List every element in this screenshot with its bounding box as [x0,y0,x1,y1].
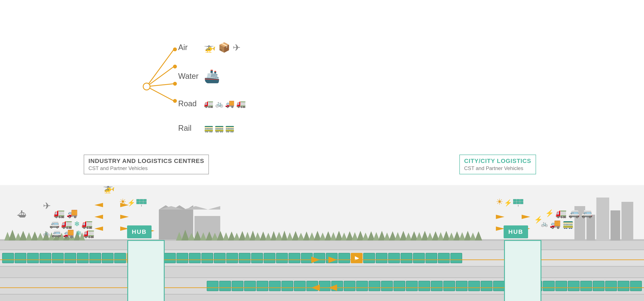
svg-marker-49 [8,230,16,240]
svg-marker-118 [475,231,482,240]
snowflake-icon-2: ❄ [76,229,82,237]
train-car [40,253,51,263]
svg-marker-66 [194,231,201,240]
train-car [506,281,517,291]
svg-marker-91 [330,232,336,240]
svg-rect-43 [520,199,523,202]
svg-rect-34 [136,199,140,202]
road-label: Road [178,99,204,108]
city-tower-2 [586,215,595,240]
svg-rect-35 [140,199,143,202]
svg-line-0 [146,50,174,86]
teal-truck-right-2: 🚚 [550,218,561,229]
train-car [568,281,580,291]
svg-marker-101 [384,232,390,240]
teal-truck-right-1: 🚛 [556,208,567,218]
gray-truck-left-1: 🚚 [66,208,78,218]
refrigerator-truck-icon: 🚚 [225,99,235,108]
train-car [605,281,617,291]
left-drone-icon: 🚁 [103,182,115,194]
svg-rect-36 [144,199,146,202]
solar-array-icon [136,199,147,206]
train-car [214,253,226,263]
svg-marker-85 [298,233,304,240]
city-tower-5 [622,202,633,240]
svg-marker-87 [309,232,315,240]
train-car [431,281,443,291]
teal-truck-left-1: 🚛 [54,208,65,218]
train-car [207,281,218,291]
left-trucks-middle: 🚐 🚛 ❄ 🚛 [49,218,93,229]
train-car [152,253,163,263]
svg-marker-77 [254,232,261,240]
train-car [102,253,114,263]
svg-marker-103 [394,232,401,240]
solar-icon: ☀ [119,197,126,206]
train-car [226,253,238,263]
left-trucks-bottom: 🚲 🚐 🚚 ❄ 🚛 [43,228,94,238]
transport-water: Water 🚢 [178,68,246,84]
train-car [288,253,300,263]
svg-point-4 [143,83,150,90]
train-car [256,281,268,291]
svg-marker-64 [182,230,189,240]
train-car [630,281,642,291]
train-car [450,253,462,263]
rail-car-3-icon: 🚃 [225,124,235,133]
gray-van-right-1: 🚐 [568,208,580,218]
main-diagram: Air 🚁 📦 ✈ Water 🚢 Road 🚛 🚲 🚚 🚛 Rail 🚃 🚃 … [0,0,644,301]
left-hub-box: HUB [127,226,152,238]
svg-marker-63 [176,232,182,240]
rail-label: Rail [178,124,204,133]
lightning-icon: ⚡ [127,199,135,206]
train-car [326,253,338,263]
train-car [14,253,26,263]
train-car [543,281,555,291]
svg-rect-37 [136,202,140,204]
teal-large-truck-left: 🚚 [63,228,74,238]
train-car [388,253,400,263]
svg-marker-86 [303,232,310,240]
svg-rect-46 [520,202,523,204]
svg-point-8 [173,99,177,103]
svg-rect-39 [144,202,146,204]
city-tower-3 [596,198,609,240]
bicycle-right: 🚲 [541,220,548,227]
train-car [481,281,492,291]
right-hub-box: HUB [504,226,528,238]
lightning-right: ⚡ [545,209,554,217]
train-car [52,253,64,263]
svg-marker-97 [362,232,369,240]
train-car [276,253,288,263]
svg-point-7 [173,82,177,86]
train-car [301,253,313,263]
train-car [406,281,418,291]
left-ship-icon: ⛴ [17,209,28,220]
rail-car-1-icon: 🚃 [204,124,214,133]
train-car [381,281,393,291]
train-car [493,281,505,291]
industry-title: INDUSTRY AND LOGISTICS CENTRES [88,158,204,164]
rail-car-2-icon: 🚃 [214,124,224,133]
train-car [518,281,530,291]
svg-marker-83 [286,232,293,240]
train-car [331,281,343,291]
train-car [114,253,126,263]
train-car [438,253,450,263]
left-trains-upper: ▶ ▶ [2,253,462,263]
svg-marker-105 [405,232,412,240]
right-hub-label: HUB [508,228,523,235]
industry-label-box: INDUSTRY AND LOGISTICS CENTRES CST and P… [84,154,209,174]
svg-line-2 [146,84,174,86]
train-car [244,281,256,291]
svg-marker-113 [448,232,455,240]
industry-subtitle: CST and Partner Vehicles [88,165,204,171]
city-tower-4 [610,210,620,240]
train-car [294,281,306,291]
city-label-box: CITY/CITY LOGISTICS CST and Partner Vehi… [460,154,536,174]
train-car [77,253,89,263]
train-car [306,281,318,291]
train-car [89,253,101,263]
train-car [338,253,350,263]
solar-icon-right: ☀ [496,197,503,206]
